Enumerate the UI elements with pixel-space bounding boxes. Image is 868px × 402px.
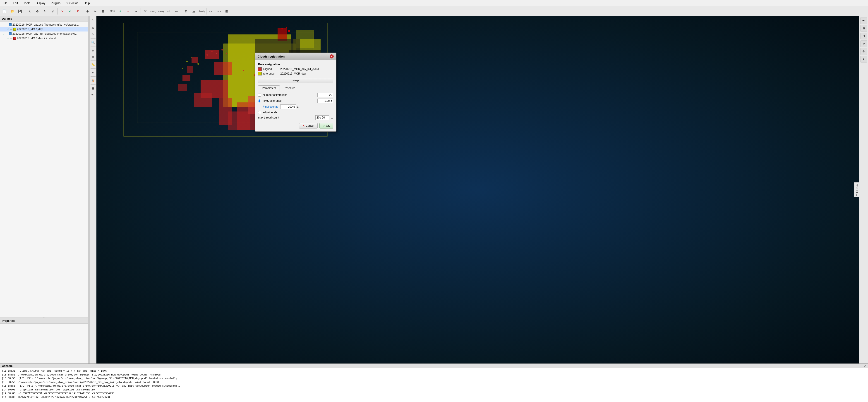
num-iterations-input[interactable]: [317, 93, 333, 97]
dialog-close-button[interactable]: ×: [330, 54, 334, 58]
tree-check-3[interactable]: ✓: [3, 32, 5, 35]
ltb-rect-btn[interactable]: ▭: [90, 54, 96, 60]
toolbar-sor-btn[interactable]: SOR: [109, 8, 116, 15]
rms-difference-radio[interactable]: [258, 99, 261, 103]
toolbar-fm-btn[interactable]: FM: [173, 8, 180, 15]
menu-help[interactable]: Help: [83, 1, 91, 5]
tree-color-3: [9, 32, 11, 35]
toolbar-settings-btn[interactable]: ⚙: [183, 8, 190, 15]
svg-rect-17: [194, 93, 212, 107]
tree-item-2[interactable]: ✓ — 20220216_MCR_day: [0, 27, 88, 31]
toolbar-arrow-btn[interactable]: →: [132, 8, 140, 15]
toolbar-merge-btn[interactable]: ⊕: [84, 8, 91, 15]
max-thread-input[interactable]: [315, 115, 329, 120]
svg-point-27: [216, 53, 217, 54]
menu-display[interactable]: Display: [35, 1, 46, 5]
toolbar-nls-btn[interactable]: NLS: [215, 8, 222, 15]
menu-file[interactable]: File: [2, 1, 8, 5]
tree-item-3[interactable]: ✓ — 20220216_MCR_day_init_cloud.pcd (/ho…: [0, 31, 88, 36]
toolbar-save-btn[interactable]: 💾: [16, 8, 24, 15]
ltb-cursor-btn[interactable]: ↖: [90, 17, 96, 23]
rsb-grid-btn[interactable]: ⊟: [860, 33, 867, 39]
overlap-input-group: ▲: [280, 105, 299, 109]
final-overlap-input[interactable]: [280, 105, 296, 109]
rms-difference-input[interactable]: [317, 98, 333, 103]
toolbar-scale-btn[interactable]: ⤢: [49, 8, 56, 15]
adjust-scale-checkbox[interactable]: [258, 111, 261, 114]
ltb-measure-btn[interactable]: 📏: [90, 62, 96, 67]
ltb-eye-btn[interactable]: 👁: [90, 92, 96, 98]
tab-research[interactable]: Research: [280, 85, 299, 91]
tab-parameters[interactable]: Parameters: [258, 85, 280, 91]
thread-arrow[interactable]: ▲: [331, 116, 333, 119]
toolbar-add-btn[interactable]: ＋: [117, 8, 124, 15]
dialog-buttons: ✕ Cancel ✓ OK: [258, 123, 333, 128]
console-line-3: [13:58:56] /home/xchu/jw_ws/src/pose_sla…: [2, 380, 866, 384]
toolbar-segment-btn[interactable]: ✂: [92, 8, 99, 15]
final-overlap-link[interactable]: Final overlap: [263, 105, 278, 108]
toolbar-translate-btn[interactable]: ✥: [34, 8, 41, 15]
tree-item-1[interactable]: ✓ — 20220216_MCR_day.pcd (/home/xchu/jw_…: [0, 23, 88, 27]
toolbar-open-btn[interactable]: 📂: [9, 8, 16, 15]
3d-viewport[interactable]: Clouds registration × Role assignation a…: [96, 16, 859, 364]
ok-button[interactable]: ✓ OK: [319, 123, 333, 128]
toolbar-minus-btn[interactable]: －: [125, 8, 132, 15]
toolbar-rfc-btn[interactable]: RFC: [208, 8, 215, 15]
menu-plugins[interactable]: Plugins: [50, 1, 61, 5]
toolbar-filter-btn[interactable]: ⊞: [99, 8, 106, 15]
ok-label: OK: [326, 124, 330, 127]
ltb-pick-btn[interactable]: ⊕: [90, 47, 96, 53]
toolbar-se-btn[interactable]: SE: [142, 8, 149, 15]
clouds-registration-dialog: Clouds registration × Role assignation a…: [255, 53, 336, 132]
tree-check-2[interactable]: ✓: [7, 28, 9, 31]
rsb-eye-btn[interactable]: 👁: [860, 17, 867, 24]
menu-tools[interactable]: Tools: [23, 1, 31, 5]
toolbar-extra-btn[interactable]: ⊡: [223, 8, 230, 15]
toolbar-cloud-btn[interactable]: ☁: [190, 8, 197, 15]
menu-3dviews[interactable]: 3D Views: [65, 1, 79, 5]
tree-check-4[interactable]: ✓: [7, 37, 9, 40]
toolbar-select-btn[interactable]: ↖: [26, 8, 33, 15]
rsb-box-btn[interactable]: ⊞: [860, 25, 867, 32]
console-content[interactable]: [13:58:33] [Global Shift] Max abs. coord…: [0, 368, 868, 402]
max-thread-label: max thread count: [258, 116, 314, 119]
console-title: Console: [2, 364, 12, 368]
rsb-settings-btn[interactable]: ⚙: [860, 48, 867, 55]
toolbar-rotate-btn[interactable]: ↻: [41, 8, 49, 15]
ltb-rotate-btn[interactable]: ↻: [90, 31, 96, 37]
toolbar-cancel-btn[interactable]: ✗: [74, 8, 82, 15]
console-resize-btn[interactable]: ⤢: [864, 364, 866, 368]
overlap-arrow-up[interactable]: ▲: [297, 105, 299, 108]
toolbar-camargo-btn[interactable]: CAMg: [150, 8, 157, 15]
properties-panel: Properties: [0, 318, 88, 364]
rsb-rotate-btn[interactable]: ↻: [860, 40, 867, 47]
console-line-5: [14:00:00] [GraphicalTransformationTool]…: [2, 388, 866, 392]
toolbar-delete-btn[interactable]: ✕: [59, 8, 66, 15]
svg-rect-15: [214, 62, 232, 75]
ltb-dot-btn[interactable]: ●: [90, 69, 96, 76]
toolbar-kd-btn[interactable]: Kd: [165, 8, 172, 15]
tree-item-4[interactable]: ✓ — 20220216_MCR_day_init_cloud: [0, 36, 88, 40]
toolbar-apply-btn[interactable]: ✔: [67, 8, 74, 15]
ltb-sep5: [91, 68, 96, 69]
right-sidebar: 👁 ⊞ ⊟ ↻ ⚙ ℹ: [859, 16, 868, 364]
ltb-color-btn[interactable]: 🎨: [90, 78, 96, 83]
toolbar-camargo2-btn[interactable]: CAMg: [157, 8, 164, 15]
final-overlap-row: Final overlap ▲: [258, 105, 333, 109]
tab-bar: Parameters Research: [258, 85, 333, 91]
toolbar-classify-btn[interactable]: Classify: [198, 8, 205, 15]
tree-check-1[interactable]: ✓: [3, 23, 5, 26]
swap-button[interactable]: swap: [258, 78, 333, 83]
rsb-info-btn[interactable]: ℹ: [860, 56, 867, 62]
toolbar-sep3: [83, 8, 83, 15]
cancel-button[interactable]: ✕ Cancel: [299, 123, 317, 128]
toolbar-new-btn[interactable]: 📄: [1, 8, 8, 15]
ltb-zoom-btn[interactable]: 🔍: [90, 39, 96, 45]
db-tree[interactable]: ✓ — 20220216_MCR_day.pcd (/home/xchu/jw_…: [0, 22, 88, 317]
num-iterations-checkbox[interactable]: [258, 94, 261, 96]
console-line-1: [13:58:51] /home/xchu/jw_ws/src/pose_sla…: [2, 373, 866, 377]
menu-edit[interactable]: Edit: [12, 1, 19, 5]
ltb-pan-btn[interactable]: ✥: [90, 25, 96, 31]
rms-difference-label: RMS difference: [263, 99, 316, 103]
ltb-layers-btn[interactable]: ☰: [90, 85, 96, 91]
